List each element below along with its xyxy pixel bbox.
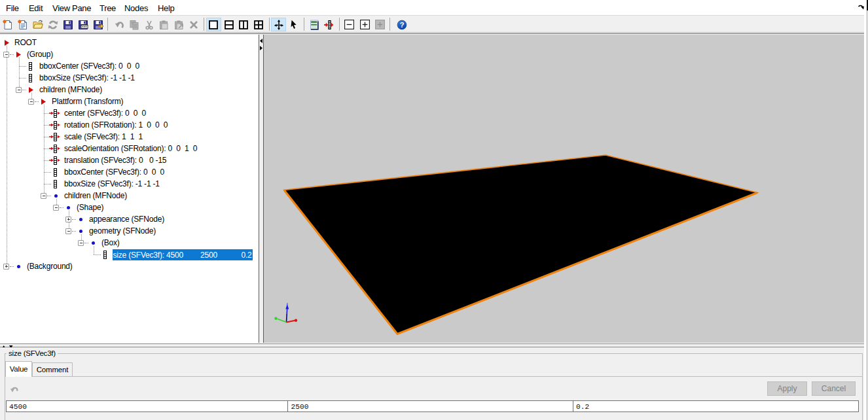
svg-text:?: ? — [399, 21, 404, 29]
